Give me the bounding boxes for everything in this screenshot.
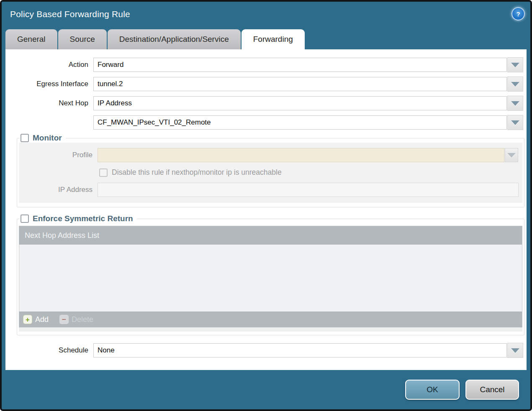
policy-based-forwarding-dialog: Policy Based Forwarding Rule ? General S…: [0, 0, 532, 411]
chevron-down-icon: [511, 63, 519, 67]
monitor-title: Monitor: [33, 133, 62, 143]
monitor-group: Monitor Profile Disable this rule if nex…: [17, 133, 524, 207]
delete-button-label: Delete: [72, 315, 93, 324]
plus-icon: +: [23, 315, 32, 324]
enforce-symmetric-return-checkbox[interactable]: [21, 214, 29, 223]
egress-interface-dropdown-button[interactable]: [507, 77, 523, 92]
cancel-button[interactable]: Cancel: [465, 380, 519, 400]
schedule-input[interactable]: [93, 343, 507, 357]
dialog-footer: OK Cancel: [2, 370, 530, 409]
tab-destination-application-service[interactable]: Destination/Application/Service: [108, 29, 241, 49]
next-hop-address-table: Next Hop Address List + Add − Delete: [19, 226, 522, 327]
chevron-down-icon: [511, 348, 519, 353]
next-hop-address-dropdown-button[interactable]: [507, 115, 523, 130]
monitor-ip-address-label: IP Address: [19, 186, 98, 194]
add-button[interactable]: + Add: [23, 315, 49, 324]
monitor-ip-address-input: [98, 183, 519, 197]
minus-icon: −: [59, 315, 69, 324]
action-row: Action: [5, 57, 523, 72]
disable-rule-checkbox: [99, 168, 108, 177]
next-hop-row: Next Hop: [5, 96, 523, 111]
schedule-row: Schedule: [5, 343, 523, 358]
forwarding-tab-panel: Action Egress Interface Next Hop: [5, 49, 527, 370]
enforce-symmetric-return-group: Enforce Symmetric Return Next Hop Addres…: [17, 214, 524, 335]
tab-general[interactable]: General: [5, 29, 57, 49]
next-hop-address-input[interactable]: [93, 115, 507, 130]
next-hop-address-list-header: Next Hop Address List: [19, 226, 522, 245]
tab-source[interactable]: Source: [58, 29, 107, 49]
monitor-profile-row: Profile: [19, 148, 522, 162]
monitor-disable-rule-row: Disable this rule if nexthop/monitor ip …: [19, 168, 522, 177]
monitor-panel: Profile Disable this rule if nexthop/mon…: [19, 143, 522, 203]
chevron-down-icon: [511, 101, 519, 106]
enforce-symmetric-return-legend: Enforce Symmetric Return: [20, 214, 137, 223]
monitor-ip-address-row: IP Address: [19, 183, 522, 197]
dialog-titlebar: Policy Based Forwarding Rule ?: [2, 2, 530, 29]
action-label: Action: [5, 61, 93, 69]
egress-interface-input[interactable]: [93, 77, 507, 91]
help-icon[interactable]: ?: [511, 7, 525, 20]
next-hop-type-input[interactable]: [93, 96, 507, 110]
ok-button[interactable]: OK: [405, 380, 460, 400]
add-button-label: Add: [35, 315, 49, 324]
next-hop-address-list-toolbar: + Add − Delete: [19, 311, 522, 327]
chevron-down-icon: [511, 82, 519, 87]
next-hop-address-row: [5, 115, 523, 130]
tab-forwarding[interactable]: Forwarding: [242, 29, 305, 49]
chevron-down-icon: [507, 153, 516, 158]
schedule-label: Schedule: [5, 346, 93, 355]
disable-rule-label: Disable this rule if nexthop/monitor ip …: [112, 168, 282, 177]
tab-bar: General Source Destination/Application/S…: [5, 29, 305, 49]
delete-button: − Delete: [59, 315, 93, 324]
egress-interface-label: Egress Interface: [5, 80, 93, 88]
egress-interface-row: Egress Interface: [5, 77, 523, 92]
next-hop-label: Next Hop: [5, 99, 93, 107]
profile-dropdown-button: [505, 148, 518, 162]
footer-buttons: OK Cancel: [405, 380, 519, 400]
schedule-dropdown-button[interactable]: [507, 343, 523, 358]
profile-input: [98, 148, 504, 162]
next-hop-address-list-body[interactable]: [19, 245, 522, 311]
action-input[interactable]: [93, 58, 507, 72]
profile-label: Profile: [19, 151, 98, 159]
next-hop-type-dropdown-button[interactable]: [507, 96, 523, 111]
monitor-legend: Monitor: [20, 133, 66, 143]
monitor-checkbox[interactable]: [21, 134, 29, 142]
table-bottom-strip: [19, 327, 522, 332]
dialog-title: Policy Based Forwarding Rule: [10, 9, 130, 19]
enforce-symmetric-return-title: Enforce Symmetric Return: [33, 214, 133, 223]
chevron-down-icon: [511, 120, 519, 125]
action-dropdown-button[interactable]: [507, 57, 523, 72]
